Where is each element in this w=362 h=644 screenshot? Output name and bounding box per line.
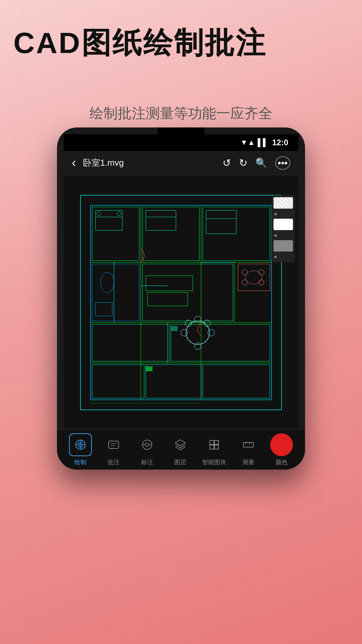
- svg-rect-1: [90, 205, 272, 400]
- main-title: CAD图纸绘制批注: [13, 27, 349, 59]
- svg-point-23: [242, 270, 247, 275]
- nav-measure-icon-wrap: [237, 433, 260, 456]
- wifi-icon: ▌▌: [258, 138, 268, 147]
- svg-point-58: [145, 443, 149, 446]
- nav-layers-icon-wrap: [169, 433, 192, 456]
- svg-rect-27: [92, 264, 139, 321]
- status-time: 12:0: [272, 138, 288, 147]
- nav-smart-block-icon-wrap: [203, 433, 226, 456]
- cad-canvas: [64, 175, 298, 430]
- color-swatch-3[interactable]: [274, 240, 293, 252]
- back-button[interactable]: ‹: [72, 156, 76, 170]
- color-swatch-1[interactable]: [274, 197, 293, 209]
- nav-color-label: 颜色: [276, 458, 288, 466]
- nav-measure-label: 测量: [242, 458, 254, 466]
- nav-annotate[interactable]: 批注: [102, 433, 125, 466]
- svg-rect-43: [146, 365, 201, 398]
- svg-rect-63: [215, 440, 219, 444]
- svg-point-37: [208, 329, 215, 336]
- color-swatch-2[interactable]: [274, 219, 293, 230]
- svg-rect-10: [92, 207, 139, 261]
- color-panel-arrow-3[interactable]: [274, 253, 293, 260]
- more-button[interactable]: •••: [275, 156, 290, 170]
- svg-point-26: [259, 280, 264, 285]
- nav-annotate-icon-wrap: [102, 433, 125, 456]
- svg-rect-40: [92, 324, 169, 361]
- nav-smart-block-label: 智能图块: [202, 458, 226, 466]
- svg-rect-64: [210, 445, 214, 449]
- svg-point-35: [194, 343, 201, 350]
- color-panel-arrow-1[interactable]: [274, 210, 293, 217]
- svg-rect-65: [215, 445, 219, 449]
- nav-annotate-label: 批注: [108, 458, 120, 466]
- svg-marker-61: [175, 440, 185, 446]
- svg-rect-50: [171, 326, 178, 331]
- color-panel-arrow-2[interactable]: [274, 231, 293, 239]
- status-icons: ▼▲ ▌▌: [240, 138, 268, 147]
- floor-plan: [74, 182, 288, 423]
- svg-rect-29: [96, 303, 112, 316]
- sub-title: 绘制批注测量等功能一应齐全: [13, 104, 349, 123]
- nav-layers[interactable]: 图层: [169, 433, 192, 466]
- svg-rect-32: [146, 276, 193, 291]
- svg-rect-66: [243, 442, 253, 447]
- redo-button[interactable]: ↻: [239, 157, 247, 169]
- svg-rect-16: [146, 210, 176, 230]
- nav-measure[interactable]: 测量: [237, 433, 260, 466]
- nav-draw-icon-wrap: [69, 433, 92, 456]
- svg-rect-54: [109, 441, 119, 448]
- color-record-button[interactable]: [270, 433, 293, 456]
- nav-dimension[interactable]: 标注: [136, 433, 159, 466]
- svg-point-24: [259, 270, 264, 275]
- draw-icon: [74, 438, 87, 451]
- undo-button[interactable]: ↺: [223, 157, 231, 169]
- svg-rect-49: [146, 366, 153, 371]
- phone-notch: [158, 127, 204, 138]
- nav-draw[interactable]: 绘制: [69, 433, 92, 466]
- svg-point-14: [117, 212, 121, 216]
- phone-mockup: ▼▲ ▌▌ 12:0 ‹ 卧室1.mvg ↺ ↻ 🔍 •••: [57, 127, 305, 470]
- layers-icon: [174, 438, 187, 451]
- svg-rect-44: [203, 365, 270, 398]
- dimension-icon: [141, 438, 154, 451]
- svg-point-36: [181, 329, 188, 336]
- svg-point-25: [242, 280, 247, 285]
- svg-point-22: [245, 271, 262, 284]
- svg-rect-19: [206, 210, 236, 234]
- nav-dimension-label: 标注: [141, 458, 153, 466]
- phone-outer: ▼▲ ▌▌ 12:0 ‹ 卧室1.mvg ↺ ↻ 🔍 •••: [57, 127, 305, 470]
- svg-rect-21: [238, 264, 270, 291]
- color-panel: [272, 195, 295, 262]
- svg-rect-31: [147, 292, 188, 306]
- smart-block-icon: [208, 438, 221, 451]
- header-icons: ↺ ↻ 🔍 •••: [223, 156, 290, 170]
- nav-smart-block[interactable]: 智能图块: [202, 433, 226, 466]
- nav-color[interactable]: 颜色: [270, 433, 293, 466]
- svg-rect-15: [142, 207, 199, 261]
- signal-icon: ▼▲: [240, 138, 255, 147]
- app-header: ‹ 卧室1.mvg ↺ ↻ 🔍 •••: [64, 151, 298, 175]
- nav-dimension-icon-wrap: [136, 433, 159, 456]
- annotate-icon: [107, 438, 120, 451]
- svg-point-13: [97, 212, 101, 216]
- svg-rect-11: [96, 210, 122, 230]
- svg-rect-42: [92, 365, 144, 398]
- nav-layers-label: 图层: [174, 458, 186, 466]
- svg-point-34: [194, 316, 201, 323]
- search-button[interactable]: 🔍: [255, 157, 267, 168]
- svg-point-28: [101, 272, 114, 292]
- measure-icon: [242, 438, 255, 451]
- nav-draw-label: 绘制: [74, 458, 86, 466]
- file-title: 卧室1.mvg: [83, 157, 216, 169]
- bottom-nav: 绘制 批注: [57, 429, 305, 470]
- svg-rect-62: [210, 440, 214, 444]
